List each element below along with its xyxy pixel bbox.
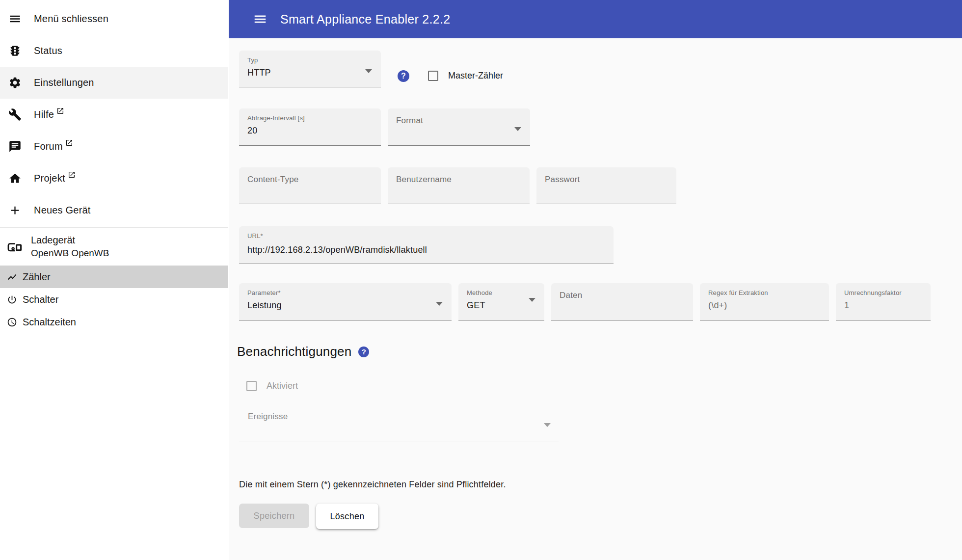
chart-line-icon — [7, 272, 17, 282]
plus-icon — [8, 204, 22, 217]
power-icon — [7, 294, 17, 305]
sidebar-item-label: Schaltzeiten — [23, 317, 76, 328]
device-subtitle: OpenWB OpenWB — [31, 247, 109, 260]
sidebar-item-label: Neues Gerät — [34, 205, 91, 216]
sidebar-item-label: Status — [34, 45, 62, 56]
field-value: HTTP — [247, 68, 271, 78]
help-icon[interactable]: ? — [358, 347, 369, 357]
sidebar-item-label: Forum — [34, 141, 63, 152]
home-icon — [8, 172, 22, 185]
parameter-select[interactable]: Parameter* Leistung — [239, 283, 452, 320]
benutzername-input[interactable]: Benutzername — [388, 167, 530, 204]
field-label: Benutzername — [396, 175, 452, 185]
clock-icon — [7, 317, 17, 327]
app-title: Smart Appliance Enabler 2.2.2 — [280, 12, 450, 27]
chat-icon — [8, 140, 22, 153]
help-icon[interactable]: ? — [398, 70, 409, 82]
field-value: 1 — [844, 300, 849, 311]
content-type-input[interactable]: Content-Type — [239, 167, 381, 204]
sidebar-item-schalter[interactable]: Schalter — [0, 288, 228, 311]
sidebar-item-label: Menü schliessen — [34, 13, 108, 25]
sidebar-item-label: Projekt — [34, 173, 65, 184]
field-value: 20 — [247, 126, 257, 136]
daten-input[interactable]: Daten — [551, 283, 693, 320]
menu-icon — [8, 12, 22, 26]
menu-icon[interactable] — [253, 12, 267, 27]
sidebar-item-hilfe[interactable]: Hilfe — [0, 99, 228, 131]
abfrage-intervall-input[interactable]: Abfrage-Intervall [s] 20 — [239, 108, 381, 146]
sidebar-item-neues-geraet[interactable]: Neues Gerät — [0, 194, 228, 226]
sidebar-item-label: Hilfe — [34, 109, 54, 120]
meter-form: Typ HTTP ? Master-Zähler Abfrage-Interva… — [229, 38, 962, 529]
field-label: Passwort — [545, 175, 580, 185]
sidebar-item-schaltzeiten[interactable]: Schaltzeiten — [0, 311, 228, 333]
sidebar-device-ladegeraet[interactable]: Ladegerät OpenWB OpenWB — [0, 228, 228, 266]
chevron-down-icon — [544, 423, 551, 427]
field-label: Parameter* — [247, 289, 281, 296]
field-label: URL* — [247, 232, 263, 240]
regex-input[interactable]: Regex für Extraktion (\d+) — [700, 283, 829, 320]
field-label: Content-Type — [247, 175, 298, 185]
ereignisse-select[interactable]: Ereignisse — [239, 405, 559, 442]
url-input[interactable]: URL* http://192.168.2.13/openWB/ramdisk/… — [239, 226, 614, 264]
master-zaehler-checkbox[interactable] — [428, 71, 438, 81]
umrechnungsfaktor-input[interactable]: Umrechnungsfaktor 1 — [836, 283, 931, 320]
sidebar-item-label: Zähler — [23, 271, 51, 283]
master-zaehler-label: Master-Zähler — [448, 71, 503, 81]
field-label: Ereignisse — [248, 412, 288, 422]
sidebar: Menü schliessen Status Einstellungen Hil… — [0, 0, 228, 560]
app-bar: Smart Appliance Enabler 2.2.2 — [229, 0, 962, 38]
field-value: (\d+) — [708, 300, 727, 311]
sidebar-item-status[interactable]: Status — [0, 35, 228, 67]
notifications-heading: Benachrichtigungen — [237, 344, 351, 359]
wrench-icon — [8, 108, 22, 121]
device-title: Ladegerät — [31, 234, 109, 247]
sidebar-item-label: Schalter — [23, 294, 58, 305]
sidebar-item-projekt[interactable]: Projekt — [0, 162, 228, 194]
format-select[interactable]: Format — [388, 108, 530, 146]
field-label: Typ — [247, 56, 258, 64]
charger-icon — [6, 239, 23, 255]
external-link-icon — [68, 171, 76, 179]
sidebar-item-label: Einstellungen — [34, 77, 94, 88]
passwort-input[interactable]: Passwort — [536, 167, 676, 204]
aktiviert-checkbox[interactable] — [246, 381, 257, 391]
sidebar-item-zaehler[interactable]: Zähler — [0, 266, 228, 288]
field-label: Abfrage-Intervall [s] — [247, 114, 305, 122]
chevron-down-icon — [436, 302, 443, 306]
chevron-down-icon — [529, 298, 535, 302]
chevron-down-icon — [514, 127, 521, 131]
required-fields-note: Die mit einem Stern (*) gekennzeichneten… — [239, 480, 962, 490]
field-value: Leistung — [247, 300, 282, 311]
sidebar-item-einstellungen[interactable]: Einstellungen — [0, 67, 228, 99]
field-label: Umrechnungsfaktor — [844, 289, 902, 296]
methode-select[interactable]: Methode GET — [458, 283, 544, 320]
gear-icon — [8, 76, 22, 89]
field-label: Format — [396, 116, 423, 126]
field-label: Regex für Extraktion — [708, 289, 768, 296]
field-value: GET — [467, 300, 485, 311]
sidebar-item-menu-schliessen[interactable]: Menü schliessen — [0, 3, 228, 35]
traffic-light-icon — [8, 44, 22, 57]
save-button[interactable]: Speichern — [239, 504, 309, 528]
field-label: Daten — [560, 291, 582, 300]
typ-select[interactable]: Typ HTTP — [239, 51, 381, 87]
aktiviert-label: Aktiviert — [267, 381, 298, 391]
external-link-icon — [65, 139, 73, 147]
external-link-icon — [56, 107, 64, 115]
field-value: http://192.168.2.13/openWB/ramdisk/llakt… — [247, 245, 427, 255]
main-area: Smart Appliance Enabler 2.2.2 Typ HTTP ?… — [229, 0, 962, 560]
delete-button[interactable]: Löschen — [316, 504, 378, 529]
field-label: Methode — [467, 289, 492, 296]
sidebar-item-forum[interactable]: Forum — [0, 131, 228, 162]
chevron-down-icon — [365, 69, 372, 73]
